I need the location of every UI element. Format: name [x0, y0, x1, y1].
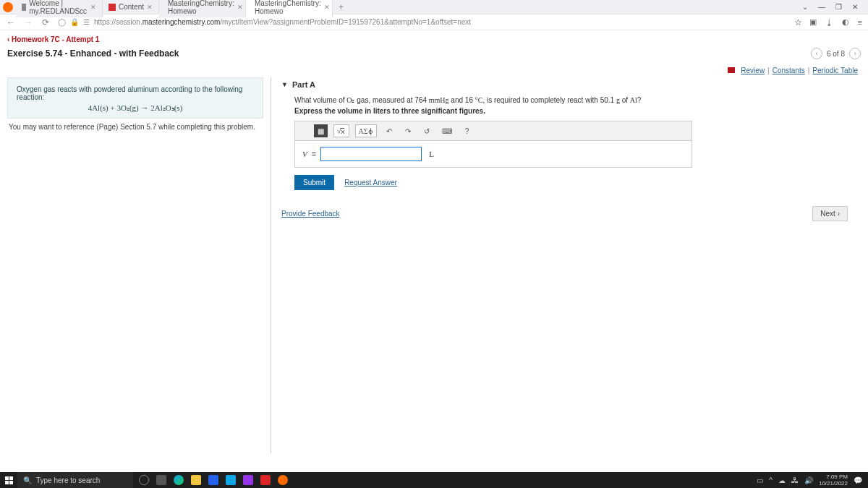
caret-down-icon: ▼ — [281, 81, 288, 88]
prev-button[interactable]: ‹ — [811, 48, 822, 59]
office-icon[interactable] — [260, 475, 271, 485]
submit-button[interactable]: Submit — [294, 175, 334, 190]
tab-label: MasteringChemistry: Homewo — [255, 0, 321, 15]
maximize-icon[interactable]: ❐ — [835, 3, 842, 11]
answer-box: ▦ √x̅ ΑΣϕ ↶ ↷ ↺ ⌨ ? V = L — [294, 121, 692, 168]
minimize-icon[interactable]: — — [818, 3, 825, 11]
answer-toolbar: ▦ √x̅ ΑΣϕ ↶ ↷ ↺ ⌨ ? — [295, 121, 692, 141]
firefox-icon — [3, 2, 13, 12]
review-link[interactable]: Review — [741, 67, 765, 74]
tab-label: MasteringChemistry: Homewo — [168, 0, 234, 15]
downloads-icon[interactable]: ⭳ — [825, 18, 833, 27]
next-part-button[interactable]: Next › — [812, 206, 848, 221]
keyboard-button[interactable]: ⌨ — [439, 124, 455, 137]
url-host: masteringchemistry.com — [142, 18, 221, 26]
close-icon[interactable]: ✕ — [90, 4, 96, 11]
part-label: Part A — [292, 80, 315, 89]
reaction-equation: 4Al(s) + 3O₂(g) → 2Al₂O₃(s) — [17, 101, 254, 115]
tab-mc-2[interactable]: MasteringChemistry: Homewo ✕ — [246, 0, 333, 17]
mail-icon[interactable] — [226, 475, 236, 485]
meet-now-icon[interactable]: ▭ — [757, 476, 763, 484]
tab-mc-1[interactable]: MasteringChemistry: Homewo ✕ — [159, 0, 246, 17]
new-tab-button[interactable]: + — [333, 2, 349, 12]
answer-input[interactable] — [320, 147, 422, 161]
search-icon: 🔍 — [23, 476, 32, 484]
url-prefix: https://session. — [94, 18, 142, 26]
network-icon[interactable]: 🖧 — [791, 476, 799, 484]
onedrive-icon[interactable]: ☁ — [778, 476, 786, 484]
pager: ‹ 6 of 8 › — [811, 48, 861, 59]
breadcrumb[interactable]: Homework 7C - Attempt 1 — [7, 35, 99, 43]
browser-addressbar: ← → ⟳ ◯ 🔒 ☰ https://session.masteringche… — [0, 14, 868, 30]
browser-tabbar: Welcome | my.REDLANDScc ✕ Content ✕ Mast… — [0, 0, 868, 14]
unit-label: L — [426, 150, 434, 158]
problem-intro-panel: Oxygen gas reacts with powdered aluminum… — [7, 77, 263, 119]
pager-text: 6 of 8 — [827, 50, 845, 58]
save-to-pocket-icon[interactable]: ▣ — [809, 17, 817, 27]
firefox-taskbar-icon[interactable] — [278, 475, 288, 485]
cortana-icon[interactable] — [139, 475, 149, 485]
part-header[interactable]: ▼ Part A — [281, 77, 851, 96]
windows-taskbar: 🔍 Type here to search ▭ ^ ☁ 🖧 🔊 7:09 PM … — [0, 472, 868, 488]
menu-icon[interactable]: ≡ — [858, 18, 862, 27]
grid-icon — [22, 4, 26, 11]
clock-time: 7:09 PM — [819, 474, 848, 480]
clock-date: 10/21/2022 — [819, 480, 848, 487]
intro-text: Oxygen gas reacts with powdered aluminum… — [17, 85, 254, 101]
templates-button[interactable]: ▦ — [314, 124, 328, 137]
close-icon[interactable]: ✕ — [237, 4, 243, 11]
greek-button[interactable]: ΑΣϕ — [355, 124, 377, 137]
undo-button[interactable]: ↶ — [383, 124, 396, 137]
tab-label: Welcome | my.REDLANDScc — [29, 0, 88, 15]
taskbar-search[interactable]: 🔍 Type here to search — [17, 472, 133, 488]
reload-button[interactable]: ⟳ — [41, 17, 51, 27]
answer-instruction: Express the volume in liters to three si… — [281, 104, 851, 121]
tray-chevron-icon[interactable]: ^ — [769, 476, 773, 484]
notifications-icon[interactable]: 💬 — [854, 476, 862, 484]
search-placeholder: Type here to search — [36, 476, 100, 484]
start-button[interactable] — [0, 472, 17, 488]
store-icon[interactable] — [208, 475, 218, 485]
edge-icon[interactable] — [174, 475, 184, 485]
periodic-table-link[interactable]: Periodic Table — [812, 67, 858, 74]
redo-button[interactable]: ↷ — [401, 124, 414, 137]
extensions-icon[interactable]: ◐ — [842, 17, 849, 27]
window-controls: ⌄ — ❐ ✕ — [802, 3, 865, 11]
url-path: /myct/itemView?assignmentProblemID=19159… — [220, 18, 471, 26]
page-title: Exercise 5.74 - Enhanced - with Feedback — [7, 48, 179, 59]
close-window-icon[interactable]: ✕ — [852, 3, 858, 11]
reader-icon: ☰ — [83, 18, 90, 26]
chevron-down-icon[interactable]: ⌄ — [802, 3, 808, 11]
volume-icon[interactable]: 🔊 — [804, 476, 813, 484]
equals-label: = — [312, 150, 316, 158]
reference-hint: You may want to reference (Page) Section… — [7, 119, 263, 135]
bookmark-star-icon[interactable]: ☆ — [794, 17, 802, 27]
request-answer-link[interactable]: Request Answer — [344, 179, 397, 187]
variable-label: V — [302, 150, 307, 158]
shield-icon: ◯ — [58, 18, 66, 26]
question-text: What volume of O₂ gas, measured at 764 m… — [281, 96, 851, 104]
sqrt-button[interactable]: √x̅ — [333, 124, 349, 137]
constants-link[interactable]: Constants — [773, 67, 805, 74]
next-button[interactable]: › — [849, 48, 861, 59]
app-icon[interactable] — [243, 475, 253, 485]
tab-content[interactable]: Content ✕ — [103, 1, 159, 13]
taskbar-clock[interactable]: 7:09 PM 10/21/2022 — [819, 474, 848, 487]
provide-feedback-link[interactable]: Provide Feedback — [281, 210, 340, 218]
explorer-icon[interactable] — [191, 475, 201, 485]
back-button[interactable]: ← — [6, 17, 16, 27]
task-view-icon[interactable] — [156, 475, 166, 485]
lock-icon: 🔒 — [70, 18, 79, 26]
content-icon — [109, 4, 116, 11]
windows-logo-icon — [5, 476, 13, 484]
forward-button[interactable]: → — [23, 17, 33, 27]
close-icon[interactable]: ✕ — [324, 4, 330, 11]
reset-button[interactable]: ↺ — [420, 124, 433, 137]
flag-icon[interactable] — [728, 67, 735, 73]
reference-links: Review| Constants| Periodic Table — [0, 65, 868, 77]
help-button[interactable]: ? — [461, 124, 474, 137]
close-icon[interactable]: ✕ — [147, 4, 153, 11]
tab-label: Content — [119, 3, 144, 11]
tab-redlands[interactable]: Welcome | my.REDLANDScc ✕ — [16, 0, 103, 17]
url-bar[interactable]: ◯ 🔒 ☰ https://session.masteringchemistry… — [58, 18, 787, 26]
